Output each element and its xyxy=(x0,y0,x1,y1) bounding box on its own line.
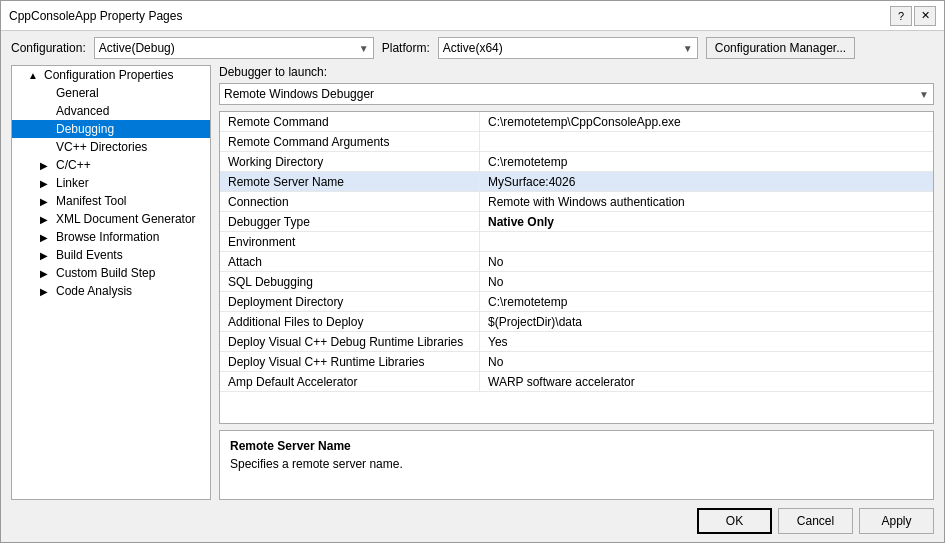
sidebar-label-build-events: Build Events xyxy=(56,248,123,262)
prop-value-sql-debugging: No xyxy=(480,272,933,291)
prop-value-connection: Remote with Windows authentication xyxy=(480,192,933,211)
prop-row-server-name: Remote Server Name MySurface:4026 xyxy=(220,172,933,192)
sidebar-item-browse-info[interactable]: ▶ Browse Information xyxy=(12,228,210,246)
prop-name-remote-args: Remote Command Arguments xyxy=(220,132,480,151)
sidebar-label-custom-build: Custom Build Step xyxy=(56,266,155,280)
prop-name-deploy-dir: Deployment Directory xyxy=(220,292,480,311)
expand-icon-manifest: ▶ xyxy=(40,196,52,207)
sidebar-label-manifest: Manifest Tool xyxy=(56,194,126,208)
expand-icon-xml-gen: ▶ xyxy=(40,214,52,225)
close-button[interactable]: ✕ xyxy=(914,6,936,26)
sidebar-label-cpp: C/C++ xyxy=(56,158,91,172)
prop-row-remote-args: Remote Command Arguments xyxy=(220,132,933,152)
prop-row-amp-accelerator: Amp Default Accelerator WARP software ac… xyxy=(220,372,933,392)
ok-button[interactable]: OK xyxy=(697,508,772,534)
prop-name-additional-files: Additional Files to Deploy xyxy=(220,312,480,331)
prop-value-amp-accelerator: WARP software accelerator xyxy=(480,372,933,391)
sidebar-item-advanced[interactable]: Advanced xyxy=(12,102,210,120)
sidebar-item-xml-gen[interactable]: ▶ XML Document Generator xyxy=(12,210,210,228)
dialog-title: CppConsoleApp Property Pages xyxy=(9,9,182,23)
help-button[interactable]: ? xyxy=(890,6,912,26)
prop-value-remote-command: C:\remotetemp\CppConsoleApp.exe xyxy=(480,112,933,131)
debugger-launch-row: Debugger to launch: xyxy=(219,65,934,79)
prop-row-deploy-dir: Deployment Directory C:\remotetemp xyxy=(220,292,933,312)
prop-name-runtime: Deploy Visual C++ Runtime Libraries xyxy=(220,352,480,371)
title-bar: CppConsoleApp Property Pages ? ✕ xyxy=(1,1,944,31)
sidebar-item-code-analysis[interactable]: ▶ Code Analysis xyxy=(12,282,210,300)
prop-value-attach: No xyxy=(480,252,933,271)
info-panel-title: Remote Server Name xyxy=(230,439,923,453)
prop-value-remote-args xyxy=(480,132,933,151)
cancel-button[interactable]: Cancel xyxy=(778,508,853,534)
sidebar-label-vc-dirs: VC++ Directories xyxy=(56,140,147,154)
prop-name-working-dir: Working Directory xyxy=(220,152,480,171)
info-panel: Remote Server Name Specifies a remote se… xyxy=(219,430,934,500)
sidebar-label-advanced: Advanced xyxy=(56,104,109,118)
prop-value-runtime: No xyxy=(480,352,933,371)
sidebar-item-manifest[interactable]: ▶ Manifest Tool xyxy=(12,192,210,210)
prop-row-working-dir: Working Directory C:\remotetemp xyxy=(220,152,933,172)
debugger-launch-arrow: ▼ xyxy=(919,89,929,100)
title-bar-controls: ? ✕ xyxy=(890,6,936,26)
configuration-select[interactable]: Active(Debug) ▼ xyxy=(94,37,374,59)
sidebar-item-cpp[interactable]: ▶ C/C++ xyxy=(12,156,210,174)
prop-value-additional-files: $(ProjectDir)\data xyxy=(480,312,933,331)
configuration-dropdown-arrow: ▼ xyxy=(359,43,369,54)
sidebar-label-linker: Linker xyxy=(56,176,89,190)
sidebar: ▲ Configuration Properties General Advan… xyxy=(11,65,211,500)
property-pages-dialog: CppConsoleApp Property Pages ? ✕ Configu… xyxy=(0,0,945,543)
sidebar-label-code-analysis: Code Analysis xyxy=(56,284,132,298)
prop-row-sql-debugging: SQL Debugging No xyxy=(220,272,933,292)
prop-row-debugger-type: Debugger Type Native Only xyxy=(220,212,933,232)
prop-value-server-name: MySurface:4026 xyxy=(480,172,933,191)
info-panel-text: Specifies a remote server name. xyxy=(230,457,923,471)
prop-row-environment: Environment xyxy=(220,232,933,252)
prop-row-runtime: Deploy Visual C++ Runtime Libraries No xyxy=(220,352,933,372)
apply-button[interactable]: Apply xyxy=(859,508,934,534)
sidebar-item-config-props[interactable]: ▲ Configuration Properties xyxy=(12,66,210,84)
expand-icon-cpp: ▶ xyxy=(40,160,52,171)
expand-icon-build-events: ▶ xyxy=(40,250,52,261)
prop-name-sql-debugging: SQL Debugging xyxy=(220,272,480,291)
prop-name-connection: Connection xyxy=(220,192,480,211)
platform-label: Platform: xyxy=(382,41,430,55)
prop-row-additional-files: Additional Files to Deploy $(ProjectDir)… xyxy=(220,312,933,332)
sidebar-item-vc-dirs[interactable]: VC++ Directories xyxy=(12,138,210,156)
expand-icon-custom-build: ▶ xyxy=(40,268,52,279)
platform-value: Active(x64) xyxy=(443,41,503,55)
footer-buttons: OK Cancel Apply xyxy=(1,500,944,542)
sidebar-label-xml-gen: XML Document Generator xyxy=(56,212,196,226)
sidebar-item-general[interactable]: General xyxy=(12,84,210,102)
prop-name-debugger-type: Debugger Type xyxy=(220,212,480,231)
right-panel: Debugger to launch: Remote Windows Debug… xyxy=(219,65,934,500)
prop-name-remote-command: Remote Command xyxy=(220,112,480,131)
sidebar-item-debugging[interactable]: Debugging xyxy=(12,120,210,138)
prop-row-connection: Connection Remote with Windows authentic… xyxy=(220,192,933,212)
debugger-launch-select[interactable]: Remote Windows Debugger ▼ xyxy=(219,83,934,105)
sidebar-item-build-events[interactable]: ▶ Build Events xyxy=(12,246,210,264)
debugger-launch-value: Remote Windows Debugger xyxy=(224,87,374,101)
sidebar-label-general: General xyxy=(56,86,99,100)
platform-dropdown-arrow: ▼ xyxy=(683,43,693,54)
prop-name-attach: Attach xyxy=(220,252,480,271)
prop-name-amp-accelerator: Amp Default Accelerator xyxy=(220,372,480,391)
prop-value-debugger-type: Native Only xyxy=(480,212,933,231)
prop-row-remote-command: Remote Command C:\remotetemp\CppConsoleA… xyxy=(220,112,933,132)
prop-row-debug-runtime: Deploy Visual C++ Debug Runtime Librarie… xyxy=(220,332,933,352)
platform-select[interactable]: Active(x64) ▼ xyxy=(438,37,698,59)
sidebar-item-custom-build[interactable]: ▶ Custom Build Step xyxy=(12,264,210,282)
prop-value-environment xyxy=(480,232,933,251)
expand-icon-config-props: ▲ xyxy=(28,70,40,81)
prop-value-debug-runtime: Yes xyxy=(480,332,933,351)
title-bar-left: CppConsoleApp Property Pages xyxy=(9,9,182,23)
configuration-value: Active(Debug) xyxy=(99,41,175,55)
expand-icon-browse-info: ▶ xyxy=(40,232,52,243)
config-manager-button[interactable]: Configuration Manager... xyxy=(706,37,855,59)
config-bar: Configuration: Active(Debug) ▼ Platform:… xyxy=(1,31,944,65)
prop-value-working-dir: C:\remotetemp xyxy=(480,152,933,171)
prop-row-attach: Attach No xyxy=(220,252,933,272)
main-content: ▲ Configuration Properties General Advan… xyxy=(1,65,944,500)
sidebar-item-linker[interactable]: ▶ Linker xyxy=(12,174,210,192)
expand-icon-linker: ▶ xyxy=(40,178,52,189)
sidebar-label-browse-info: Browse Information xyxy=(56,230,159,244)
